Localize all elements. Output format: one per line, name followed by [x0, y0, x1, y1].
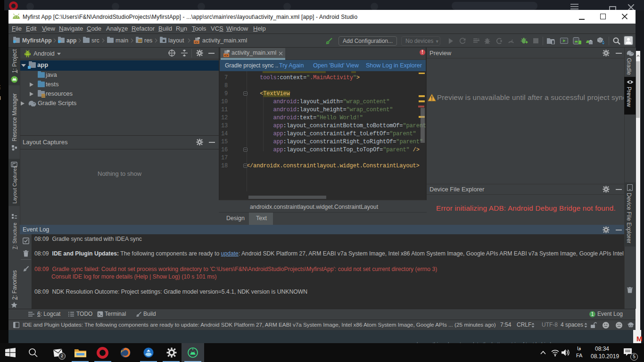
svg-text:<>: <> — [194, 41, 198, 44]
svg-text:<>: <> — [224, 54, 228, 57]
